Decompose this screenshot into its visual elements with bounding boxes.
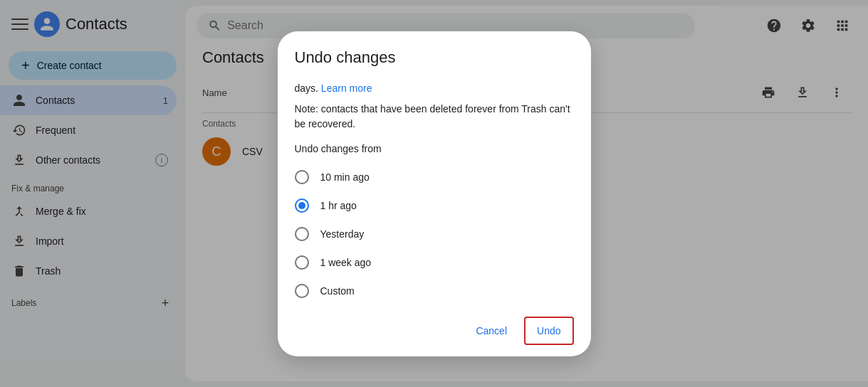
radio-option-1hr[interactable]: 1 hr ago [295, 191, 574, 220]
radio-circle-yesterday [295, 227, 309, 241]
modal-note2: Note: contacts that have been deleted fo… [295, 102, 574, 132]
learn-more-link[interactable]: Learn more [321, 83, 372, 94]
radio-label-1week: 1 week ago [320, 257, 372, 268]
radio-label-yesterday: Yesterday [320, 228, 365, 240]
modal-footer: Cancel Undo [278, 305, 591, 356]
radio-group-label: Undo changes from [295, 143, 574, 154]
radio-label-1hr: 1 hr ago [320, 200, 357, 211]
modal-title: Undo changes [295, 48, 574, 67]
modal-header: Undo changes [278, 31, 591, 81]
radio-circle-10min [295, 170, 309, 184]
undo-button[interactable]: Undo [524, 317, 573, 345]
undo-changes-modal: Undo changes days. Learn more Note: cont… [278, 31, 591, 356]
radio-option-custom[interactable]: Custom [295, 277, 574, 305]
radio-option-1week[interactable]: 1 week ago [295, 248, 574, 277]
modal-note1: days. Learn more [295, 81, 574, 96]
radio-circle-1hr [295, 198, 309, 213]
radio-label-10min: 10 min ago [320, 171, 370, 183]
radio-option-10min[interactable]: 10 min ago [295, 163, 574, 191]
radio-label-custom: Custom [320, 285, 355, 297]
radio-option-yesterday[interactable]: Yesterday [295, 220, 574, 248]
radio-circle-1week [295, 255, 309, 270]
modal-scrollable[interactable]: days. Learn more Note: contacts that hav… [278, 81, 591, 305]
radio-circle-custom [295, 284, 309, 298]
cancel-button[interactable]: Cancel [464, 317, 518, 345]
modal-overlay: Undo changes days. Learn more Note: cont… [0, 0, 868, 387]
